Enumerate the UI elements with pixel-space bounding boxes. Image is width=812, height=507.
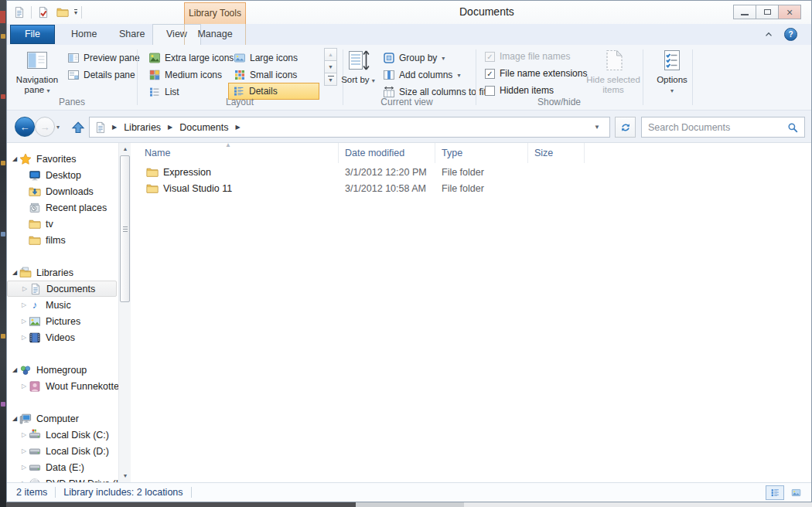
- ribbon: Navigation pane ▾ Preview pane Details p…: [7, 45, 811, 111]
- sidebar-item-homegroup[interactable]: ◢ Homegroup: [7, 362, 118, 378]
- layout-large-icons[interactable]: Large icons: [230, 49, 302, 66]
- sidebar-item-local-disk-c[interactable]: ▷ Local Disk (C:): [7, 427, 118, 443]
- sidebar-item-local-disk-d[interactable]: ▷ Local Disk (D:): [7, 443, 118, 459]
- close-button[interactable]: ×: [778, 5, 801, 19]
- column-header-type[interactable]: Type: [435, 143, 528, 163]
- maximize-button[interactable]: [756, 5, 779, 19]
- sidebar-item-desktop[interactable]: Desktop: [7, 167, 118, 183]
- column-header-date-modified[interactable]: Date modified: [339, 143, 435, 163]
- expand-collapse-icon[interactable]: ▷: [19, 334, 29, 341]
- thumbnails-view-button[interactable]: [786, 485, 805, 500]
- sidebar-item-tv[interactable]: tv: [7, 216, 118, 232]
- column-header-size[interactable]: Size: [528, 143, 585, 163]
- preview-pane-icon: [67, 52, 80, 64]
- minimize-button[interactable]: [733, 5, 756, 19]
- checkbox-hidden-items[interactable]: Hidden items: [485, 85, 554, 96]
- address-bar[interactable]: ▶ Libraries ▶ Documents ▶ ▼: [89, 117, 610, 138]
- expand-collapse-icon[interactable]: ▷: [20, 285, 29, 292]
- sidebar-item-music[interactable]: ▷ ♪ Music: [7, 297, 118, 313]
- column-headers: ▲ Name Date modified Type Size: [131, 143, 811, 163]
- expand-collapse-icon[interactable]: ◢: [10, 366, 19, 373]
- add-columns-button[interactable]: Add columns▾: [383, 66, 460, 83]
- screen: ▾ Library Tools Documents × File Home Sh…: [0, 0, 812, 507]
- gallery-more-icon[interactable]: ▼: [324, 73, 337, 86]
- sidebar-item-pictures[interactable]: ▷ Pictures: [7, 313, 118, 329]
- maximize-icon: [764, 9, 771, 15]
- layout-small-icons[interactable]: Small icons: [230, 66, 301, 83]
- expand-collapse-icon[interactable]: ▷: [19, 318, 29, 325]
- scrollbar-grip: [123, 229, 128, 230]
- options-button[interactable]: Options▾: [650, 48, 694, 107]
- recent-pages-chevron-icon[interactable]: ▾: [56, 124, 60, 131]
- sidebar-item-recent-places[interactable]: Recent places: [7, 199, 118, 216]
- search-icon[interactable]: [787, 122, 798, 133]
- details-pane-button[interactable]: Details pane: [67, 66, 135, 83]
- expand-collapse-icon[interactable]: ▷: [19, 301, 29, 308]
- tree-section-computer: ◢ Computer ▷ Local Disk (C:) ▷ Local Dis…: [7, 410, 118, 482]
- layout-extra-large-icons[interactable]: Extra large icons: [145, 49, 237, 66]
- search-input[interactable]: [648, 122, 787, 133]
- tab-share[interactable]: Share: [106, 24, 158, 45]
- group-by-button[interactable]: Group by▾: [383, 49, 445, 66]
- expand-collapse-icon[interactable]: ▷: [19, 431, 29, 438]
- tab-manage[interactable]: Manage: [184, 24, 246, 45]
- expand-collapse-icon[interactable]: ◢: [10, 155, 19, 162]
- search-box[interactable]: [641, 117, 805, 138]
- background-icon-dot: [1, 161, 5, 165]
- minimize-ribbon-button[interactable]: [762, 29, 776, 41]
- gallery-scroll-down-icon[interactable]: ▼: [324, 60, 337, 73]
- table-row-visual-studio-11[interactable]: Visual Studio 11 3/1/2012 10:58 AM File …: [131, 180, 811, 196]
- breadcrumb-arrow-icon[interactable]: ▶: [162, 124, 178, 131]
- sidebar-item-films[interactable]: films: [7, 232, 118, 248]
- column-header-name[interactable]: Name: [131, 143, 339, 163]
- checkbox-file-name-extensions[interactable]: ✓ File name extensions: [485, 68, 587, 79]
- sidebar-item-videos[interactable]: ▷ Videos: [7, 329, 118, 345]
- sidebar-item-computer[interactable]: ◢ Computer: [7, 410, 118, 427]
- breadcrumb-arrow-icon[interactable]: ▶: [230, 124, 245, 131]
- up-button[interactable]: [69, 118, 87, 137]
- breadcrumb-documents[interactable]: Documents: [178, 122, 230, 133]
- tree-section-favorites: ◢ Favorites Desktop Downloads Rece: [7, 151, 118, 248]
- status-separator: [55, 487, 56, 498]
- background-bottom-seg: [356, 502, 464, 507]
- sidebar-scrollbar[interactable]: ▲ ▼: [118, 143, 131, 482]
- properties-icon[interactable]: [36, 5, 51, 20]
- library-includes: Library includes: 2 locations: [63, 487, 183, 498]
- expand-collapse-icon[interactable]: ▷: [19, 447, 29, 454]
- sidebar-item-downloads[interactable]: Downloads: [7, 183, 118, 199]
- back-button[interactable]: ←: [15, 117, 35, 137]
- expand-collapse-icon[interactable]: ▷: [19, 383, 29, 390]
- layout-medium-icons[interactable]: Medium icons: [145, 66, 226, 83]
- address-dropdown-chevron-icon[interactable]: ▼: [589, 124, 605, 131]
- breadcrumb-arrow-icon[interactable]: ▶: [107, 124, 122, 131]
- scroll-up-icon[interactable]: ▲: [119, 143, 131, 155]
- customize-qat-chevron-icon[interactable]: ▾: [74, 9, 77, 15]
- downloads-folder-icon: [29, 185, 41, 198]
- gallery-scroll-up-icon[interactable]: ▲: [324, 48, 337, 61]
- preview-pane-button[interactable]: Preview pane: [67, 49, 140, 66]
- sidebar-item-favorites[interactable]: ◢ Favorites: [7, 151, 118, 167]
- sidebar-item-wout-funnekotte[interactable]: ▷ Wout Funnekotte: [7, 378, 118, 394]
- table-row-expression[interactable]: Expression 3/1/2012 12:20 PM File folder: [131, 164, 811, 180]
- scroll-down-icon[interactable]: ▼: [119, 470, 131, 482]
- refresh-button[interactable]: [615, 117, 636, 138]
- breadcrumb-libraries[interactable]: Libraries: [122, 122, 162, 133]
- tab-file[interactable]: File: [10, 25, 55, 44]
- sidebar-item-data-e[interactable]: ▷ Data (E:): [7, 459, 118, 475]
- new-folder-icon[interactable]: [55, 5, 70, 20]
- expand-collapse-icon[interactable]: ◢: [10, 415, 19, 422]
- expand-collapse-icon[interactable]: ◢: [10, 269, 19, 276]
- details-view-button[interactable]: [766, 485, 784, 500]
- tab-home[interactable]: Home: [58, 24, 110, 45]
- documents-library-icon: [29, 283, 42, 295]
- sidebar-item-dvd-drive[interactable]: ▷ DVD RW Drive (K: [7, 475, 118, 482]
- background-icon-dot: [1, 232, 5, 236]
- scrollbar-thumb[interactable]: [120, 155, 130, 302]
- help-button[interactable]: ?: [784, 28, 797, 41]
- details-view-icon: [233, 85, 245, 97]
- sidebar-item-documents[interactable]: ▷ Documents: [7, 281, 117, 297]
- library-tools-contextual-header[interactable]: Library Tools: [184, 2, 246, 24]
- sidebar-item-libraries[interactable]: ◢ Libraries: [7, 264, 118, 281]
- expand-collapse-icon[interactable]: ▷: [19, 464, 29, 471]
- explorer-window-icon[interactable]: [12, 5, 27, 20]
